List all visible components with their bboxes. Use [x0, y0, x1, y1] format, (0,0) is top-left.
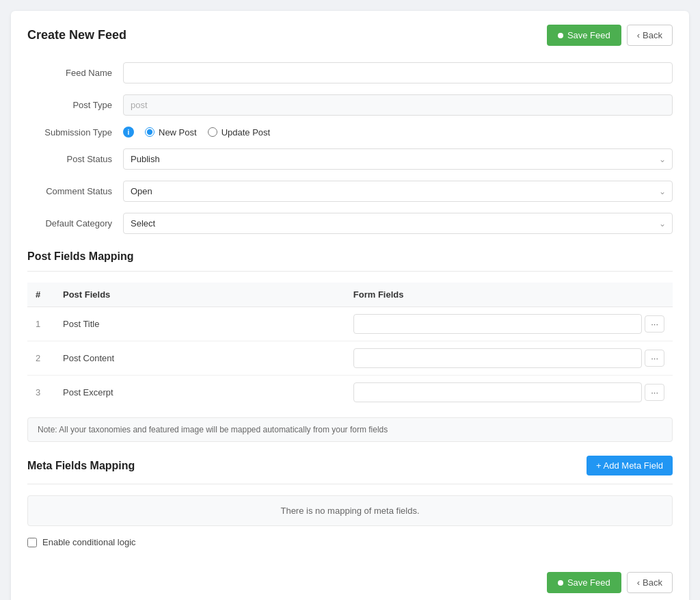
row-post-field-2: Post Content: [55, 341, 345, 376]
row-form-field-1: ···: [345, 307, 673, 341]
feed-name-row: Feed Name: [27, 62, 673, 83]
save-dot-icon: [558, 33, 563, 38]
comment-status-label: Comment Status: [27, 186, 123, 196]
meta-fields-divider: [27, 484, 673, 484]
post-type-row: Post Type: [27, 94, 673, 116]
header-actions: Save Feed ‹ Back: [547, 25, 673, 46]
table-header-row: # Post Fields Form Fields: [27, 283, 673, 307]
post-status-select[interactable]: Publish Draft Pending Private: [123, 148, 673, 170]
feed-name-label: Feed Name: [27, 68, 123, 78]
post-type-input[interactable]: [123, 94, 673, 116]
form-field-input-1[interactable]: [353, 314, 642, 334]
table-row: 3 Post Excerpt ···: [27, 376, 673, 410]
save-feed-button-bottom[interactable]: Save Feed: [547, 572, 621, 593]
update-post-option[interactable]: Update Post: [208, 127, 271, 138]
default-category-wrapper: Select ⌄: [123, 213, 673, 234]
row-form-field-2: ···: [345, 341, 673, 376]
default-category-label: Default Category: [27, 218, 123, 229]
post-status-label: Post Status: [27, 154, 123, 164]
col-form-fields-header: Form Fields: [345, 283, 673, 307]
default-category-select[interactable]: Select: [123, 213, 673, 234]
page-title: Create New Feed: [27, 28, 126, 42]
post-fields-divider: [27, 271, 673, 272]
meta-fields-mapping-title: Meta Fields Mapping: [27, 460, 135, 472]
back-button-bottom[interactable]: ‹ Back: [627, 572, 673, 593]
comment-status-select[interactable]: Open Closed: [123, 181, 673, 202]
comment-status-row: Comment Status Open Closed ⌄: [27, 181, 673, 202]
col-number-header: #: [27, 283, 55, 307]
info-icon: i: [123, 127, 134, 138]
feed-name-input[interactable]: [123, 62, 673, 83]
conditional-logic-row: Enable conditional logic: [27, 537, 673, 547]
form-field-input-3[interactable]: [353, 382, 642, 402]
field-input-wrapper-3: ···: [353, 382, 664, 402]
post-type-label: Post Type: [27, 100, 123, 110]
row-post-field-3: Post Excerpt: [55, 376, 345, 410]
ellipsis-button-2[interactable]: ···: [645, 350, 664, 367]
ellipsis-button-3[interactable]: ···: [645, 384, 664, 401]
field-input-wrapper-2: ···: [353, 348, 664, 368]
row-form-field-3: ···: [345, 376, 673, 410]
row-number-1: 1: [27, 307, 55, 341]
col-post-fields-header: Post Fields: [55, 283, 345, 307]
field-input-wrapper-1: ···: [353, 314, 664, 334]
taxonomy-note: Note: All your taxonomies and featured i…: [27, 417, 673, 442]
table-row: 2 Post Content ···: [27, 341, 673, 376]
new-post-option[interactable]: New Post: [145, 127, 197, 138]
new-post-radio[interactable]: [145, 127, 154, 137]
table-row: 1 Post Title ···: [27, 307, 673, 341]
submission-type-row: Submission Type i New Post Update Post: [27, 127, 673, 138]
submission-type-label: Submission Type: [27, 127, 123, 138]
row-number-3: 3: [27, 376, 55, 410]
row-number-2: 2: [27, 341, 55, 376]
meta-fields-header: Meta Fields Mapping + Add Meta Field: [27, 456, 673, 475]
ellipsis-button-1[interactable]: ···: [645, 315, 664, 332]
page-header: Create New Feed Save Feed ‹ Back: [27, 25, 673, 46]
submission-type-group: i New Post Update Post: [123, 127, 673, 138]
post-status-wrapper: Publish Draft Pending Private ⌄: [123, 148, 673, 170]
post-fields-mapping-title: Post Fields Mapping: [27, 250, 673, 263]
save-dot-icon-bottom: [558, 580, 563, 586]
add-meta-field-button[interactable]: + Add Meta Field: [587, 456, 673, 475]
footer-actions: Save Feed ‹ Back: [27, 561, 673, 593]
save-feed-button-top[interactable]: Save Feed: [547, 25, 621, 46]
default-category-row: Default Category Select ⌄: [27, 213, 673, 234]
comment-status-wrapper: Open Closed ⌄: [123, 181, 673, 202]
conditional-logic-checkbox[interactable]: [27, 538, 37, 547]
form-field-input-2[interactable]: [353, 348, 642, 368]
post-fields-mapping-table: # Post Fields Form Fields 1 Post Title ·…: [27, 283, 673, 409]
page-container: Create New Feed Save Feed ‹ Back Feed Na…: [11, 11, 689, 600]
post-status-row: Post Status Publish Draft Pending Privat…: [27, 148, 673, 170]
back-button-top[interactable]: ‹ Back: [627, 25, 673, 46]
conditional-logic-label[interactable]: Enable conditional logic: [42, 537, 136, 547]
row-post-field-1: Post Title: [55, 307, 345, 341]
no-mapping-message: There is no mapping of meta fields.: [27, 495, 673, 526]
update-post-radio[interactable]: [208, 127, 217, 137]
